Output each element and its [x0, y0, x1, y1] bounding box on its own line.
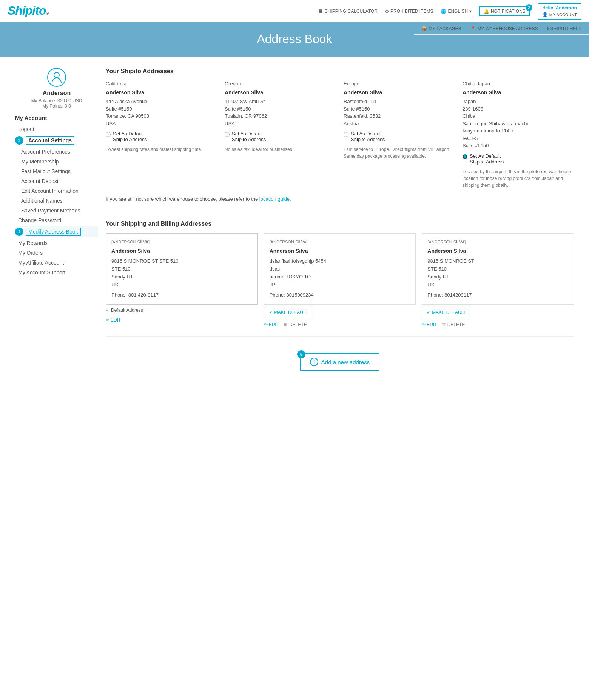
card3-addr: 9815 S MONROE STSTE 510Sandy UTUS: [427, 257, 568, 289]
card1-addr: 9815 S MONROE ST STE 510STE 510Sandy UTU…: [111, 257, 252, 289]
add-address-area: 5 + Add a new address: [106, 346, 574, 374]
name-japan: Anderson Silva: [463, 89, 574, 95]
card3-label: [ANDERSON SILVA]: [427, 239, 568, 246]
card2-label: [ANDERSON SILVA]: [270, 239, 410, 246]
section-divider-2: [106, 336, 574, 337]
addr-california: 444 Alaska AvenueSuite #5150Torrance, CA…: [106, 98, 217, 127]
sidebar-item-orders[interactable]: My Orders: [15, 248, 98, 258]
radio-california-input[interactable]: [106, 132, 111, 137]
billing-section-title: Your Shipping and Billing Addresses: [106, 220, 574, 227]
add-address-button[interactable]: 5 + Add a new address: [300, 353, 379, 371]
modify-address-label: Modify Address Book: [26, 228, 81, 236]
card3-delete-button[interactable]: 🗑 DELETE: [442, 322, 465, 327]
radio-europe-input[interactable]: [344, 132, 348, 137]
card2-actions: ✓ MAKE DEFAULT: [264, 305, 416, 320]
card2-delete-button[interactable]: 🗑 DELETE: [284, 322, 307, 327]
check-icon-1: ✓: [106, 308, 109, 313]
user-icon: 👤: [542, 12, 548, 17]
package-icon: 📦: [421, 26, 427, 31]
sidebar-item-deposit[interactable]: Account Deposit: [15, 176, 98, 186]
region-oregon: Oregon: [225, 81, 336, 86]
globe-icon: 🌐: [441, 9, 446, 14]
location-icon: 📍: [470, 26, 476, 31]
sidebar-item-edit-account[interactable]: Edit Account Information: [15, 186, 98, 196]
radio-japan[interactable]: Set As DefaultShipito Address: [463, 153, 574, 165]
sidebar-item-logout[interactable]: Logout: [15, 124, 98, 134]
card3-name: Anderson Silva: [427, 247, 568, 255]
account-settings-label: Account Settings: [26, 136, 74, 145]
radio-oregon-input[interactable]: [225, 132, 230, 137]
name-europe: Anderson Silva: [344, 89, 455, 95]
check-icon-3: ✓: [427, 310, 430, 315]
warehouse-address-link[interactable]: 📍 MY WAREHOUSE ADDRESS: [470, 26, 538, 31]
language-selector[interactable]: 🌐 ENGLISH ▾: [441, 9, 472, 14]
radio-oregon[interactable]: Set As DefaultShipito Address: [225, 131, 336, 142]
trash-icon-2: 🗑: [284, 322, 288, 327]
svg-point-0: [54, 72, 59, 78]
sidebar-item-membership[interactable]: My Membership: [15, 157, 98, 166]
address-card-1: [ANDERSON SILVA] Anderson Silva 9815 S M…: [106, 233, 258, 328]
sidebar-item-additional-names[interactable]: Additional Names: [15, 196, 98, 206]
sidebar-item-fast-mailout[interactable]: Fast Mailout Settings: [15, 166, 98, 176]
card1-bottom-actions: ✏ EDIT: [106, 316, 258, 323]
notifications-link[interactable]: 2 🔔 NOTIFICATIONS: [479, 6, 530, 16]
info-icon: ℹ: [547, 26, 549, 31]
sidebar-item-account-settings[interactable]: 3 Account Settings: [15, 135, 98, 146]
shipping-calculator-link[interactable]: 🖩 SHIPPING CALCULATOR: [319, 9, 378, 14]
sidebar-item-saved-payment[interactable]: Saved Payment Methods: [15, 206, 98, 215]
user-balance: My Balance: $20.00 USD: [31, 98, 82, 103]
sidebar-section-title: My Account: [15, 115, 98, 121]
edit-icon-2: ✏: [264, 322, 268, 327]
card1-label: [ANDERSON SILVA]: [111, 239, 252, 246]
user-points: My Points: 0.0: [42, 103, 71, 109]
sidebar-item-modify-address[interactable]: 4 Modify Address Book: [15, 226, 98, 237]
sidebar-item-change-password[interactable]: Change Password: [15, 215, 98, 225]
location-guide-link[interactable]: location guide: [259, 196, 290, 202]
bell-icon: 🔔: [484, 9, 489, 14]
addresses-grid: California Anderson Silva 444 Alaska Ave…: [106, 81, 574, 189]
note-oregon: No sales tax, ideal for businesses.: [225, 146, 336, 153]
address-card-2: [ANDERSON SILVA] Anderson Silva dsfanfla…: [264, 233, 416, 328]
check-icon-2: ✓: [269, 310, 273, 315]
card3-phone: Phone: 8014209117: [427, 291, 568, 299]
card2-edit-button[interactable]: ✏ EDIT: [264, 322, 279, 327]
sidebar-item-support[interactable]: My Account Support: [15, 268, 98, 277]
sidebar-item-affiliate[interactable]: My Affiliate Account: [15, 258, 98, 268]
addr-europe: Rastenfeld 151Suite #5150Rastenfeld, 353…: [344, 98, 455, 127]
card1-phone: Phone: 801.420-9117: [111, 291, 252, 299]
card2-bottom-actions: ✏ EDIT 🗑 DELETE: [264, 320, 416, 327]
edit-icon-1: ✏: [106, 317, 109, 323]
radio-japan-input[interactable]: [463, 154, 467, 159]
note-california: Lowest shipping rates and fastest shippi…: [106, 146, 217, 153]
my-packages-link[interactable]: 📦 MY PACKAGES: [421, 26, 461, 31]
card3-edit-button[interactable]: ✏ EDIT: [422, 322, 437, 327]
name-oregon: Anderson Silva: [225, 89, 336, 95]
location-guide: If you are still not sure which warehous…: [106, 196, 574, 202]
logo-text: Shipito®: [8, 4, 48, 17]
plus-icon: +: [310, 358, 318, 366]
help-link[interactable]: ℹ SHIPITO HELP: [547, 26, 581, 31]
card2-make-default-button[interactable]: ✓ MAKE DEFAULT: [264, 308, 313, 317]
sidebar-item-account-preferences[interactable]: Account Preferences: [15, 147, 98, 157]
badge-3: 3: [15, 136, 23, 145]
radio-europe[interactable]: Set As DefaultShipito Address: [344, 131, 455, 142]
user-avatar-section: Anderson My Balance: $20.00 USD My Point…: [15, 68, 98, 109]
card3-actions: ✓ MAKE DEFAULT: [422, 305, 574, 320]
address-oregon: Oregon Anderson Silva 11407 SW Amu StSui…: [225, 81, 336, 189]
card1-actions: ✓ Default Address: [106, 305, 258, 316]
account-menu[interactable]: Hello, Anderson 👤 MY ACCOUNT: [538, 3, 581, 20]
card3-make-default-button[interactable]: ✓ MAKE DEFAULT: [422, 308, 471, 317]
avatar-icon: [47, 68, 66, 87]
logo[interactable]: Shipito®: [8, 0, 48, 22]
radio-california[interactable]: Set As DefaultShipito Address: [106, 131, 217, 142]
sidebar-item-rewards[interactable]: My Rewards: [15, 238, 98, 248]
trash-icon-3: 🗑: [442, 322, 446, 327]
address-card-3-box: [ANDERSON SILVA] Anderson Silva 9815 S M…: [422, 233, 574, 305]
prohibited-icon: ⊘: [385, 9, 389, 14]
address-europe: Europe Anderson Silva Rastenfeld 151Suit…: [344, 81, 455, 189]
prohibited-items-link[interactable]: ⊘ PROHIBITED ITEMS: [385, 9, 433, 14]
card1-edit-button[interactable]: ✏ EDIT: [106, 317, 121, 323]
address-california: California Anderson Silva 444 Alaska Ave…: [106, 81, 217, 189]
card3-bottom-actions: ✏ EDIT 🗑 DELETE: [422, 320, 574, 327]
sidebar: Anderson My Balance: $20.00 USD My Point…: [15, 68, 98, 374]
